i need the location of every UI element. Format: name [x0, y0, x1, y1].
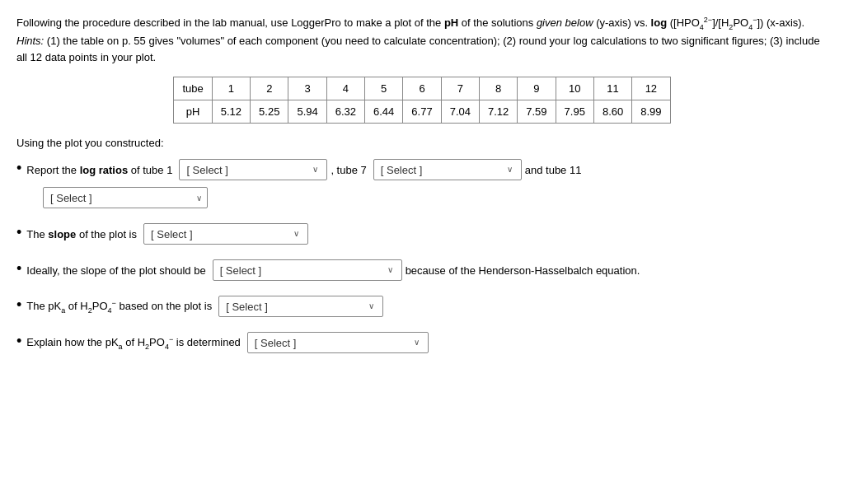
ph-7: 7.04 — [441, 100, 479, 124]
q3-text-1: Ideally, the slope of the plot should be — [26, 261, 205, 280]
question-4: • The pKa of H2PO4− based on the plot is… — [16, 296, 828, 317]
col-9-header: 9 — [518, 77, 556, 100]
col-6-header: 6 — [403, 77, 441, 100]
ph-3: 5.94 — [288, 100, 326, 124]
q3-end-text: because of the Henderson-Hasselbalch equ… — [406, 261, 640, 280]
q2-dropdown1-label: [ Select ] — [151, 225, 285, 244]
question-5-text: Explain how the pKa of H2PO4− is determi… — [26, 332, 432, 353]
q2-text-1: The slope of the plot is — [26, 225, 137, 244]
q4-dropdown1[interactable]: [ Select ] ∨ — [218, 296, 383, 317]
q3-dropdown1[interactable]: [ Select ] ∨ — [213, 259, 402, 281]
ph-10: 7.95 — [556, 100, 593, 124]
question-1-sub: [ Select ] ∨ — [40, 187, 828, 208]
q1-end-text: and tube 11 — [525, 161, 582, 180]
q4-dropdown1-label: [ Select ] — [226, 297, 360, 316]
col-7-header: 7 — [441, 77, 479, 100]
ph-6: 6.77 — [403, 100, 441, 124]
q3-dropdown1-label: [ Select ] — [220, 261, 379, 280]
q2-dropdown1[interactable]: [ Select ] ∨ — [143, 223, 308, 245]
q1-middle-text: , tube 7 — [331, 161, 366, 180]
table-data-row: pH 5.12 5.25 5.94 6.32 6.44 6.77 7.04 7.… — [174, 100, 670, 124]
data-table: tube 1 2 3 4 5 6 7 8 9 10 11 12 pH 5.12 … — [173, 77, 670, 124]
col-8-header: 8 — [479, 77, 517, 100]
bullet-2: • — [16, 223, 21, 242]
bullet-1: • — [16, 159, 21, 178]
question-3-text: Ideally, the slope of the plot should be… — [26, 259, 643, 281]
ph-5: 6.44 — [365, 100, 403, 124]
chevron-down-icon-2: ∨ — [507, 162, 513, 177]
intro-paragraph: Following the procedure described in the… — [16, 15, 824, 65]
tube-header: tube — [174, 77, 212, 100]
question-2: • The slope of the plot is [ Select ] ∨ — [16, 223, 828, 245]
questions-section: • Report the log ratios of tube 1 [ Sele… — [16, 159, 828, 353]
question-3: • Ideally, the slope of the plot should … — [16, 259, 828, 281]
ph-8: 7.12 — [479, 100, 517, 124]
col-5-header: 5 — [365, 77, 403, 100]
question-1-text: Report the log ratios of tube 1 [ Select… — [26, 159, 584, 180]
using-plot-label: Using the plot you constructed: — [16, 137, 828, 149]
ph-12: 8.99 — [632, 100, 670, 124]
ph-label: pH — [174, 100, 212, 124]
q1-text-1: Report the log ratios of tube 1 — [26, 161, 172, 180]
data-table-wrapper: tube 1 2 3 4 5 6 7 8 9 10 11 12 pH 5.12 … — [16, 77, 828, 124]
chevron-down-icon-4: ∨ — [387, 263, 393, 278]
col-12-header: 12 — [632, 77, 670, 100]
col-2-header: 2 — [251, 77, 288, 100]
q1-sub-dropdown-label: [ Select ] — [50, 192, 191, 204]
q1-dropdown1[interactable]: [ Select ] ∨ — [179, 159, 327, 180]
q1-dropdown1-label: [ Select ] — [186, 161, 304, 180]
q1-dropdown2[interactable]: [ Select ] ∨ — [373, 159, 522, 180]
bullet-5: • — [16, 332, 21, 351]
ph-9: 7.59 — [518, 100, 556, 124]
q5-dropdown1-label: [ Select ] — [255, 334, 406, 352]
col-10-header: 10 — [556, 77, 593, 100]
question-4-text: The pKa of H2PO4− based on the plot is [… — [26, 296, 387, 317]
bullet-4: • — [16, 296, 21, 315]
q1-dropdown2-label: [ Select ] — [381, 161, 499, 180]
ph-4: 6.32 — [326, 100, 364, 124]
ph-1: 5.12 — [212, 100, 250, 124]
chevron-down-icon-sub: ∨ — [196, 194, 202, 203]
table-header-row: tube 1 2 3 4 5 6 7 8 9 10 11 12 — [174, 77, 670, 100]
chevron-down-icon-1: ∨ — [312, 162, 318, 177]
ph-11: 8.60 — [593, 100, 631, 124]
ph-2: 5.25 — [251, 100, 288, 124]
q5-dropdown1[interactable]: [ Select ] ∨ — [247, 332, 429, 353]
q5-text-1: Explain how the pKa of H2PO4− is determi… — [26, 333, 241, 353]
question-5: • Explain how the pKa of H2PO4− is deter… — [16, 332, 828, 353]
col-4-header: 4 — [326, 77, 364, 100]
question-2-text: The slope of the plot is [ Select ] ∨ — [26, 223, 312, 245]
q4-text-1: The pKa of H2PO4− based on the plot is — [26, 296, 212, 317]
col-1-header: 1 — [212, 77, 250, 100]
chevron-down-icon-3: ∨ — [293, 226, 299, 241]
chevron-down-icon-5: ∨ — [368, 299, 374, 314]
col-11-header: 11 — [593, 77, 631, 100]
bullet-3: • — [16, 259, 21, 278]
q1-sub-dropdown[interactable]: [ Select ] ∨ — [43, 187, 208, 208]
chevron-down-icon-6: ∨ — [414, 335, 420, 350]
col-3-header: 3 — [288, 77, 326, 100]
question-1: • Report the log ratios of tube 1 [ Sele… — [16, 159, 828, 180]
